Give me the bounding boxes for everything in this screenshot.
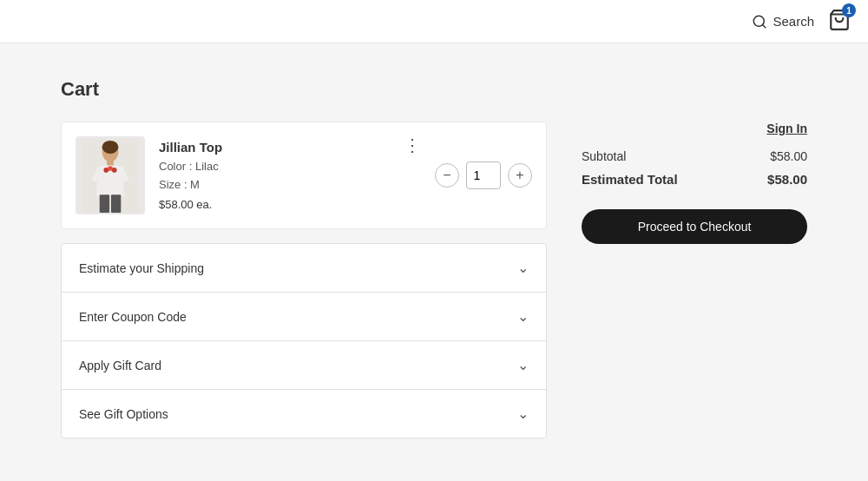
page-title: Cart [61,78,807,101]
cart-summary: Sign In Subtotal $58.00 Estimated Total … [582,122,807,244]
total-value: $58.00 [767,172,807,187]
item-size: Size : M [159,176,390,194]
sign-in-row: Sign In [582,122,807,135]
item-color: Color : Lilac [159,158,390,176]
quantity-decrease-button[interactable]: − [435,163,459,188]
subtotal-row: Subtotal $58.00 [582,149,807,163]
accordion-label-giftcard: Apply Gift Card [79,359,161,372]
main-content: Cart [43,43,825,473]
subtotal-label: Subtotal [582,149,626,163]
total-label: Estimated Total [582,172,678,187]
plus-icon: + [516,168,523,183]
product-image [80,139,141,213]
svg-point-5 [102,140,119,153]
item-image [76,136,145,214]
svg-line-1 [763,24,766,27]
cart-badge: 1 [842,3,856,17]
search-button[interactable]: Search [752,14,814,30]
accordion-label-shipping: Estimate your Shipping [79,261,204,275]
accordion-toggle-coupon[interactable]: Enter Coupon Code ⌄ [62,293,546,340]
accordion-toggle-shipping[interactable]: Estimate your Shipping ⌄ [62,244,546,292]
minus-icon: − [443,168,450,183]
accordion-item-coupon: Enter Coupon Code ⌄ [62,293,546,341]
header: Search 1 [0,0,868,43]
total-row: Estimated Total $58.00 [582,172,807,187]
search-icon [752,14,767,30]
sign-in-button[interactable]: Sign In [766,122,807,135]
svg-rect-11 [111,194,121,213]
quantity-input[interactable] [466,161,501,189]
chevron-down-icon-3: ⌄ [517,357,529,373]
item-more-button[interactable]: ⋮ [404,136,421,154]
quantity-increase-button[interactable]: + [508,163,532,188]
svg-point-9 [112,168,117,173]
item-price: $58.00 ea. [159,198,390,211]
search-label: Search [773,14,814,29]
accordion-item-giftoptions: See Gift Options ⌄ [62,390,546,438]
accordion-toggle-giftcard[interactable]: Apply Gift Card ⌄ [62,341,546,389]
accordion-section: Estimate your Shipping ⌄ Enter Coupon Co… [61,243,547,438]
cart-button[interactable]: 1 [828,9,851,34]
cart-item: Jillian Top Color : Lilac Size : M $58.0… [61,122,547,229]
item-name: Jillian Top [159,140,390,155]
header-actions: Search 1 [752,9,851,34]
accordion-item-shipping: Estimate your Shipping ⌄ [62,244,546,293]
chevron-down-icon-4: ⌄ [517,405,529,422]
subtotal-value: $58.00 [770,149,807,163]
accordion-item-giftcard: Apply Gift Card ⌄ [62,341,546,390]
accordion-label-giftoptions: See Gift Options [79,407,168,421]
item-quantity-control: − + [435,161,532,189]
item-details: Jillian Top Color : Lilac Size : M $58.0… [159,140,390,211]
accordion-label-coupon: Enter Coupon Code [79,310,187,324]
cart-left: Jillian Top Color : Lilac Size : M $58.0… [61,122,547,438]
checkout-button[interactable]: Proceed to Checkout [582,209,807,244]
chevron-down-icon-2: ⌄ [517,308,529,325]
accordion-toggle-giftoptions[interactable]: See Gift Options ⌄ [62,390,546,438]
cart-layout: Jillian Top Color : Lilac Size : M $58.0… [61,122,807,438]
chevron-down-icon: ⌄ [517,260,529,276]
svg-rect-10 [100,194,109,213]
